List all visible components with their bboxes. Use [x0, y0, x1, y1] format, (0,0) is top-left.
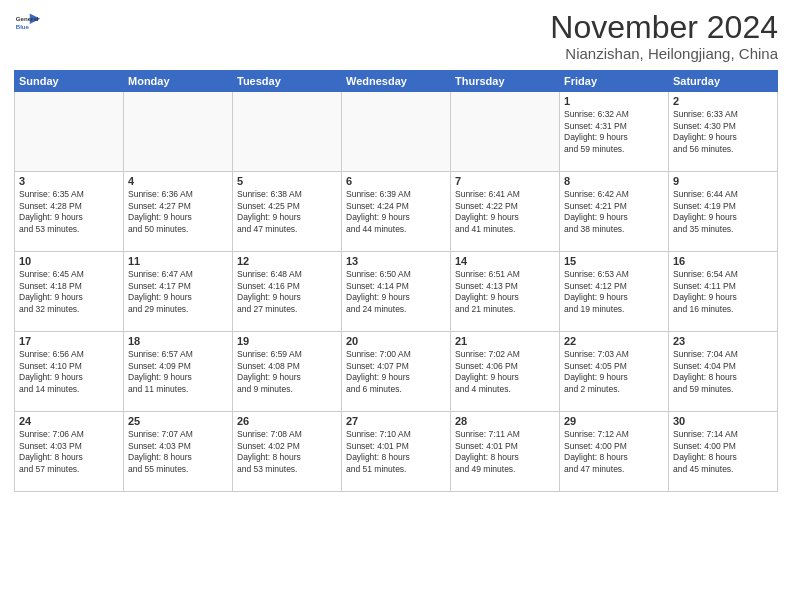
calendar-week-row: 10Sunrise: 6:45 AM Sunset: 4:18 PM Dayli… [15, 252, 778, 332]
cell-info: Sunrise: 7:10 AM Sunset: 4:01 PM Dayligh… [346, 429, 446, 475]
weekday-header: Sunday [15, 71, 124, 92]
calendar-cell: 30Sunrise: 7:14 AM Sunset: 4:00 PM Dayli… [669, 412, 778, 492]
calendar-header-row: SundayMondayTuesdayWednesdayThursdayFrid… [15, 71, 778, 92]
cell-info: Sunrise: 6:54 AM Sunset: 4:11 PM Dayligh… [673, 269, 773, 315]
calendar-cell: 7Sunrise: 6:41 AM Sunset: 4:22 PM Daylig… [451, 172, 560, 252]
cell-info: Sunrise: 6:53 AM Sunset: 4:12 PM Dayligh… [564, 269, 664, 315]
day-number: 5 [237, 175, 337, 187]
cell-info: Sunrise: 6:41 AM Sunset: 4:22 PM Dayligh… [455, 189, 555, 235]
cell-info: Sunrise: 6:36 AM Sunset: 4:27 PM Dayligh… [128, 189, 228, 235]
calendar-cell: 21Sunrise: 7:02 AM Sunset: 4:06 PM Dayli… [451, 332, 560, 412]
day-number: 4 [128, 175, 228, 187]
calendar-cell: 28Sunrise: 7:11 AM Sunset: 4:01 PM Dayli… [451, 412, 560, 492]
calendar-cell: 26Sunrise: 7:08 AM Sunset: 4:02 PM Dayli… [233, 412, 342, 492]
day-number: 29 [564, 415, 664, 427]
cell-info: Sunrise: 6:56 AM Sunset: 4:10 PM Dayligh… [19, 349, 119, 395]
cell-info: Sunrise: 6:51 AM Sunset: 4:13 PM Dayligh… [455, 269, 555, 315]
calendar-cell: 13Sunrise: 6:50 AM Sunset: 4:14 PM Dayli… [342, 252, 451, 332]
cell-info: Sunrise: 6:57 AM Sunset: 4:09 PM Dayligh… [128, 349, 228, 395]
svg-text:General: General [16, 15, 39, 22]
cell-info: Sunrise: 7:03 AM Sunset: 4:05 PM Dayligh… [564, 349, 664, 395]
calendar-cell [342, 92, 451, 172]
day-number: 2 [673, 95, 773, 107]
calendar-cell: 3Sunrise: 6:35 AM Sunset: 4:28 PM Daylig… [15, 172, 124, 252]
day-number: 8 [564, 175, 664, 187]
page-container: General Blue November 2024 Nianzishan, H… [0, 0, 792, 498]
cell-info: Sunrise: 6:45 AM Sunset: 4:18 PM Dayligh… [19, 269, 119, 315]
calendar-cell: 25Sunrise: 7:07 AM Sunset: 4:03 PM Dayli… [124, 412, 233, 492]
weekday-header: Friday [560, 71, 669, 92]
calendar-cell: 11Sunrise: 6:47 AM Sunset: 4:17 PM Dayli… [124, 252, 233, 332]
logo: General Blue [14, 10, 42, 38]
day-number: 10 [19, 255, 119, 267]
day-number: 27 [346, 415, 446, 427]
calendar-cell [451, 92, 560, 172]
cell-info: Sunrise: 6:35 AM Sunset: 4:28 PM Dayligh… [19, 189, 119, 235]
day-number: 16 [673, 255, 773, 267]
day-number: 20 [346, 335, 446, 347]
calendar-cell: 16Sunrise: 6:54 AM Sunset: 4:11 PM Dayli… [669, 252, 778, 332]
calendar-cell: 17Sunrise: 6:56 AM Sunset: 4:10 PM Dayli… [15, 332, 124, 412]
cell-info: Sunrise: 7:07 AM Sunset: 4:03 PM Dayligh… [128, 429, 228, 475]
calendar-cell: 10Sunrise: 6:45 AM Sunset: 4:18 PM Dayli… [15, 252, 124, 332]
calendar-cell: 1Sunrise: 6:32 AM Sunset: 4:31 PM Daylig… [560, 92, 669, 172]
cell-info: Sunrise: 6:42 AM Sunset: 4:21 PM Dayligh… [564, 189, 664, 235]
day-number: 17 [19, 335, 119, 347]
day-number: 13 [346, 255, 446, 267]
cell-info: Sunrise: 6:39 AM Sunset: 4:24 PM Dayligh… [346, 189, 446, 235]
weekday-header: Wednesday [342, 71, 451, 92]
day-number: 12 [237, 255, 337, 267]
svg-text:Blue: Blue [16, 23, 30, 30]
month-title: November 2024 [550, 10, 778, 45]
day-number: 3 [19, 175, 119, 187]
calendar-cell: 6Sunrise: 6:39 AM Sunset: 4:24 PM Daylig… [342, 172, 451, 252]
day-number: 9 [673, 175, 773, 187]
calendar-week-row: 24Sunrise: 7:06 AM Sunset: 4:03 PM Dayli… [15, 412, 778, 492]
calendar-cell [233, 92, 342, 172]
day-number: 19 [237, 335, 337, 347]
calendar-cell: 4Sunrise: 6:36 AM Sunset: 4:27 PM Daylig… [124, 172, 233, 252]
calendar-week-row: 1Sunrise: 6:32 AM Sunset: 4:31 PM Daylig… [15, 92, 778, 172]
cell-info: Sunrise: 6:48 AM Sunset: 4:16 PM Dayligh… [237, 269, 337, 315]
calendar-table: SundayMondayTuesdayWednesdayThursdayFrid… [14, 70, 778, 492]
day-number: 22 [564, 335, 664, 347]
cell-info: Sunrise: 6:50 AM Sunset: 4:14 PM Dayligh… [346, 269, 446, 315]
calendar-cell: 29Sunrise: 7:12 AM Sunset: 4:00 PM Dayli… [560, 412, 669, 492]
cell-info: Sunrise: 7:02 AM Sunset: 4:06 PM Dayligh… [455, 349, 555, 395]
weekday-header: Saturday [669, 71, 778, 92]
day-number: 23 [673, 335, 773, 347]
calendar-week-row: 3Sunrise: 6:35 AM Sunset: 4:28 PM Daylig… [15, 172, 778, 252]
cell-info: Sunrise: 7:14 AM Sunset: 4:00 PM Dayligh… [673, 429, 773, 475]
cell-info: Sunrise: 6:44 AM Sunset: 4:19 PM Dayligh… [673, 189, 773, 235]
header: General Blue November 2024 Nianzishan, H… [14, 10, 778, 62]
cell-info: Sunrise: 7:04 AM Sunset: 4:04 PM Dayligh… [673, 349, 773, 395]
calendar-cell: 22Sunrise: 7:03 AM Sunset: 4:05 PM Dayli… [560, 332, 669, 412]
weekday-header: Thursday [451, 71, 560, 92]
calendar-cell [124, 92, 233, 172]
day-number: 11 [128, 255, 228, 267]
calendar-cell: 15Sunrise: 6:53 AM Sunset: 4:12 PM Dayli… [560, 252, 669, 332]
day-number: 25 [128, 415, 228, 427]
day-number: 24 [19, 415, 119, 427]
day-number: 6 [346, 175, 446, 187]
calendar-cell: 19Sunrise: 6:59 AM Sunset: 4:08 PM Dayli… [233, 332, 342, 412]
calendar-cell: 5Sunrise: 6:38 AM Sunset: 4:25 PM Daylig… [233, 172, 342, 252]
weekday-header: Tuesday [233, 71, 342, 92]
day-number: 26 [237, 415, 337, 427]
day-number: 14 [455, 255, 555, 267]
cell-info: Sunrise: 6:32 AM Sunset: 4:31 PM Dayligh… [564, 109, 664, 155]
day-number: 21 [455, 335, 555, 347]
cell-info: Sunrise: 7:06 AM Sunset: 4:03 PM Dayligh… [19, 429, 119, 475]
cell-info: Sunrise: 6:47 AM Sunset: 4:17 PM Dayligh… [128, 269, 228, 315]
cell-info: Sunrise: 6:38 AM Sunset: 4:25 PM Dayligh… [237, 189, 337, 235]
calendar-cell: 12Sunrise: 6:48 AM Sunset: 4:16 PM Dayli… [233, 252, 342, 332]
day-number: 15 [564, 255, 664, 267]
calendar-cell: 20Sunrise: 7:00 AM Sunset: 4:07 PM Dayli… [342, 332, 451, 412]
cell-info: Sunrise: 7:11 AM Sunset: 4:01 PM Dayligh… [455, 429, 555, 475]
cell-info: Sunrise: 6:59 AM Sunset: 4:08 PM Dayligh… [237, 349, 337, 395]
day-number: 28 [455, 415, 555, 427]
day-number: 18 [128, 335, 228, 347]
calendar-cell: 14Sunrise: 6:51 AM Sunset: 4:13 PM Dayli… [451, 252, 560, 332]
cell-info: Sunrise: 7:12 AM Sunset: 4:00 PM Dayligh… [564, 429, 664, 475]
location-title: Nianzishan, Heilongjiang, China [550, 45, 778, 62]
